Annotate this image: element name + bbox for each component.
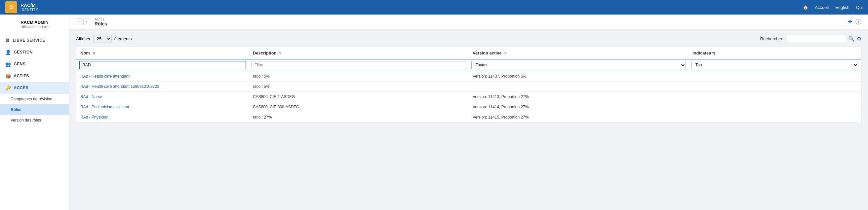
help-button[interactable]: ⓘ bbox=[856, 18, 861, 26]
sidebar-label-acces: ACCÈS bbox=[14, 85, 29, 90]
filter-indicateurs-select[interactable]: Tou bbox=[691, 61, 859, 69]
cell-indicateurs-0 bbox=[688, 71, 861, 81]
top-nav: O RAC/M IDENTITY 🏠 Accueil English Qui bbox=[0, 0, 868, 14]
people-icon: 👥 bbox=[5, 61, 11, 67]
sidebar-item-acces[interactable]: 🔑 ACCÈS bbox=[0, 82, 69, 94]
sidebar-item-gestion[interactable]: 👤 GESTION bbox=[0, 46, 69, 58]
search-area: Rechercher : 🔍 ⚙ bbox=[760, 35, 861, 43]
cell-desc-3: CAS800_CIE:800-ASDFG bbox=[249, 102, 469, 112]
search-label: Rechercher : bbox=[760, 36, 785, 41]
filter-cell-indicateurs: Tou bbox=[688, 59, 861, 71]
cell-nom-4[interactable]: RAd - Physician bbox=[76, 112, 249, 123]
cell-nom-2[interactable]: RAd - Nurse bbox=[76, 92, 249, 102]
column-settings-button[interactable]: ⚙ bbox=[857, 36, 861, 42]
col-header-indicateurs: Indicateurs bbox=[688, 47, 861, 60]
cell-version-3: Version: 11414, Proportion 27% bbox=[469, 102, 688, 112]
cell-version-4: Version: 11415, Proportion 27% bbox=[469, 112, 688, 123]
sidebar-sub-campagnes[interactable]: Campagnes de révision bbox=[0, 94, 69, 104]
filter-version-select[interactable]: Toutes bbox=[471, 61, 686, 69]
person-icon: 👤 bbox=[5, 49, 11, 55]
top-nav-links: 🏠 Accueil English Qui bbox=[803, 5, 863, 10]
cell-desc-2: CAS800_CIE:1-ASDFG bbox=[249, 92, 469, 102]
table-filter-row: Toutes Tou bbox=[76, 59, 861, 71]
data-table: Nom ⇅ Description ⇅ Version active ⇅ I bbox=[76, 47, 861, 123]
key-icon: 🔑 bbox=[5, 85, 11, 91]
cell-indicateurs-1 bbox=[688, 81, 861, 92]
quit-link[interactable]: Qui bbox=[856, 5, 863, 10]
col-header-version[interactable]: Version active ⇅ bbox=[469, 47, 688, 60]
sidebar-sub-version-roles[interactable]: Version des rôles bbox=[0, 115, 69, 126]
filter-description-input[interactable] bbox=[252, 61, 466, 69]
sidebar-label-actifs: ACTIFS bbox=[14, 74, 29, 78]
table-row: RAd - Health care attendant ratio : 5% V… bbox=[76, 71, 861, 81]
filter-cell-description bbox=[249, 59, 469, 71]
content-area: ‹ › Accès Rôles + ⓘ Afficher 10 bbox=[69, 14, 868, 210]
cell-version-2: Version: 11413, Proportion 27% bbox=[469, 92, 688, 102]
sidebar-item-libre-service[interactable]: 🖥 LIBRE SERVICE bbox=[0, 34, 69, 46]
cell-indicateurs-3 bbox=[688, 102, 861, 112]
entries-select[interactable]: 10 25 50 100 bbox=[93, 35, 112, 43]
cell-version-0: Version: 11437, Proportion 5% bbox=[469, 71, 688, 81]
sidebar-user: RACM ADMIN Utilisateur: admin bbox=[0, 14, 69, 34]
nav-back-button[interactable]: ‹ bbox=[76, 19, 82, 25]
nav-arrows: ‹ › bbox=[76, 19, 89, 25]
cell-desc-0: ratio : 5% bbox=[249, 71, 469, 81]
elements-label: éléments bbox=[114, 36, 132, 41]
table-row: RAd - Physician ratio : 27% Version: 114… bbox=[76, 112, 861, 123]
filter-cell-nom bbox=[76, 59, 249, 71]
nav-forward-button[interactable]: › bbox=[83, 19, 89, 25]
afficher-label: Afficher bbox=[76, 36, 91, 41]
sidebar-sub-roles[interactable]: Rôles bbox=[0, 104, 69, 115]
sidebar-item-actifs[interactable]: 📦 ACTIFS bbox=[0, 70, 69, 82]
col-label-indicateurs: Indicateurs bbox=[692, 50, 715, 56]
cell-version-1 bbox=[469, 81, 688, 92]
english-link[interactable]: English bbox=[835, 5, 849, 10]
main-layout: RACM ADMIN Utilisateur: admin 🖥 LIBRE SE… bbox=[0, 14, 868, 210]
content-header: ‹ › Accès Rôles + ⓘ bbox=[69, 14, 868, 29]
col-label-description: Description bbox=[253, 50, 277, 56]
sidebar: RACM ADMIN Utilisateur: admin 🖥 LIBRE SE… bbox=[0, 14, 69, 210]
cell-indicateurs-2 bbox=[688, 92, 861, 102]
box-icon: 📦 bbox=[5, 73, 11, 79]
search-button[interactable]: 🔍 bbox=[848, 36, 855, 42]
logo-text: RAC/M IDENTITY bbox=[21, 3, 38, 11]
sort-icon-version: ⇅ bbox=[504, 51, 507, 55]
table-row: RAd - Nurse CAS800_CIE:1-ASDFG Version: … bbox=[76, 92, 861, 102]
search-input[interactable] bbox=[787, 35, 846, 43]
filter-cell-version: Toutes bbox=[469, 59, 688, 71]
sidebar-sub-label-campagnes: Campagnes de révision bbox=[10, 97, 52, 101]
table-body: RAd - Health care attendant ratio : 5% V… bbox=[76, 71, 861, 123]
cell-nom-0[interactable]: RAd - Health care attendant bbox=[76, 71, 249, 81]
header-actions: + ⓘ bbox=[848, 18, 861, 26]
user-role: Utilisateur: admin bbox=[5, 25, 64, 29]
col-header-description[interactable]: Description ⇅ bbox=[249, 47, 469, 60]
table-header-row: Nom ⇅ Description ⇅ Version active ⇅ I bbox=[76, 47, 861, 60]
add-button[interactable]: + bbox=[848, 18, 852, 26]
sort-icon-nom: ⇅ bbox=[93, 51, 95, 55]
breadcrumb-area: ‹ › Accès Rôles bbox=[76, 17, 107, 26]
show-entries: Afficher 10 25 50 100 éléments bbox=[76, 35, 132, 43]
logo-area: O RAC/M IDENTITY bbox=[5, 1, 38, 13]
table-row: RAd - Health care attendant 159691210870… bbox=[76, 81, 861, 92]
table-row: RAd - Pediatrician assistant CAS800_CIE:… bbox=[76, 102, 861, 112]
filter-nom-input[interactable] bbox=[79, 61, 246, 69]
cell-nom-1[interactable]: RAd - Health care attendant 159691210870… bbox=[76, 81, 249, 92]
breadcrumb-current: Rôles bbox=[95, 21, 107, 26]
sidebar-label-gens: GENS bbox=[14, 62, 26, 66]
table-area: Afficher 10 25 50 100 éléments Recherche… bbox=[69, 29, 868, 128]
col-label-nom: Nom bbox=[80, 50, 90, 56]
sidebar-sub-label-version-roles: Version des rôles bbox=[10, 118, 41, 123]
table-controls: Afficher 10 25 50 100 éléments Recherche… bbox=[76, 35, 861, 43]
sort-icon-description: ⇅ bbox=[279, 51, 282, 55]
sidebar-label-gestion: GESTION bbox=[14, 50, 33, 55]
sidebar-item-gens[interactable]: 👥 GENS bbox=[0, 58, 69, 70]
logo-icon: O bbox=[5, 1, 17, 13]
sidebar-menu: 🖥 LIBRE SERVICE 👤 GESTION 👥 GENS 📦 ACTIF… bbox=[0, 34, 69, 210]
sidebar-sub-label-roles: Rôles bbox=[10, 107, 22, 112]
sidebar-label-libre-service: LIBRE SERVICE bbox=[13, 38, 45, 43]
user-name: RACM ADMIN bbox=[5, 20, 64, 25]
monitor-icon: 🖥 bbox=[5, 38, 10, 43]
col-header-nom[interactable]: Nom ⇅ bbox=[76, 47, 249, 60]
accueil-link[interactable]: Accueil bbox=[815, 5, 829, 10]
cell-nom-3[interactable]: RAd - Pediatrician assistant bbox=[76, 102, 249, 112]
